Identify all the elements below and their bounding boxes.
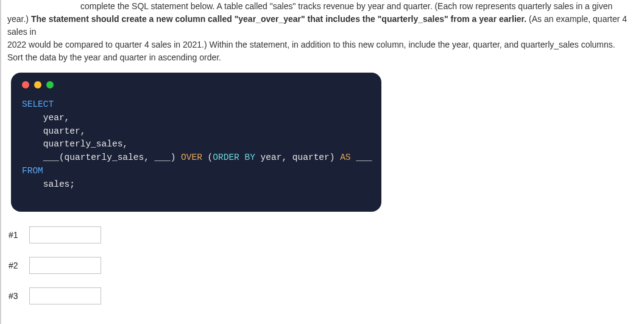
question-line-1: complete the SQL statement below. A tabl… xyxy=(7,0,638,13)
kw-orderby: ORDER BY xyxy=(213,153,255,162)
question-line-3: 2022 would be compared to quarter 4 sale… xyxy=(7,38,638,51)
code-table: sales; xyxy=(22,179,75,189)
code-func-close: ) xyxy=(171,153,181,162)
answer-rows: #1 #2 #3 xyxy=(7,223,638,304)
code-titlebar xyxy=(11,73,381,92)
question-line-2: year.) The statement should create a new… xyxy=(7,13,638,38)
code-col1: year, xyxy=(22,113,69,123)
answer-row-3: #3 xyxy=(7,287,638,304)
answer-input-1[interactable] xyxy=(29,226,101,243)
answer-input-3[interactable] xyxy=(29,287,101,304)
close-icon xyxy=(22,81,29,88)
kw-from: FROM xyxy=(22,166,43,176)
question-container: complete the SQL statement below. A tabl… xyxy=(1,0,644,304)
answer-row-1: #1 xyxy=(7,226,638,243)
code-blank2: ___ xyxy=(155,153,171,162)
code-paren-open: ( xyxy=(202,153,213,162)
answer-label-3: #3 xyxy=(9,291,23,301)
kw-select: SELECT xyxy=(22,99,54,109)
maximize-icon xyxy=(46,81,54,88)
code-window: SELECT year, quarter, quarterly_sales, _… xyxy=(11,73,381,212)
answer-row-2: #2 xyxy=(7,257,638,274)
code-block: SELECT year, quarter, quarterly_sales, _… xyxy=(11,92,381,212)
code-col3: quarterly_sales, xyxy=(22,139,128,149)
answer-label-2: #2 xyxy=(9,261,23,270)
code-blank1: ___ xyxy=(22,153,59,162)
question-text: complete the SQL statement below. A tabl… xyxy=(7,0,638,64)
kw-as: AS xyxy=(340,153,350,162)
answer-input-2[interactable] xyxy=(29,257,101,274)
code-blank3: ___ xyxy=(351,153,372,162)
minimize-icon xyxy=(34,81,41,88)
kw-over: OVER xyxy=(181,153,202,162)
code-col2: quarter, xyxy=(22,126,85,136)
question-line-4: Sort the data by the year and quarter in… xyxy=(7,51,638,64)
answer-label-1: #1 xyxy=(9,230,23,240)
question-line-2-pre: year.) xyxy=(7,14,29,24)
code-func-open: (quarterly_sales, xyxy=(59,153,155,162)
question-line-2-bold: The statement should create a new column… xyxy=(31,14,526,24)
code-order-cols: year, quarter) xyxy=(255,153,340,162)
